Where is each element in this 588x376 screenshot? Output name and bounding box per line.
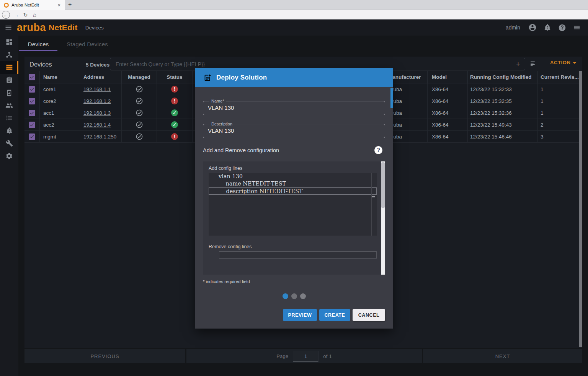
chevron-down-icon <box>573 62 577 64</box>
next-page-button[interactable]: NEXT <box>423 349 582 363</box>
config-line[interactable]: vlan 130 <box>209 173 377 180</box>
logged-in-user: admin <box>506 24 520 31</box>
device-address-link[interactable]: 192.168.1.1 <box>83 86 111 92</box>
device-address-link[interactable]: 192.168.1.250 <box>83 134 116 140</box>
row-checkbox[interactable] <box>24 119 40 130</box>
wizard-step-dots <box>195 293 393 299</box>
step-dot-active[interactable] <box>283 293 288 299</box>
dashboard-icon <box>5 38 13 46</box>
add-config-editor[interactable]: vlan 130 name NETEDIT-TEST description N… <box>209 173 377 236</box>
tab-close-icon[interactable]: × <box>56 2 62 8</box>
step-dot[interactable] <box>300 293 306 299</box>
select-all-checkbox[interactable] <box>24 71 40 83</box>
reload-button[interactable]: ↻ <box>21 11 29 19</box>
browser-tab[interactable]: Aruba NetEdit × <box>0 0 65 10</box>
aruba-favicon-icon <box>4 3 9 8</box>
col-current-revision[interactable]: Current Revis... <box>538 71 579 83</box>
remove-config-input[interactable] <box>219 251 377 259</box>
home-button[interactable]: ⌂ <box>31 11 39 19</box>
name-field[interactable]: Name* VLAN 130 <box>203 99 385 115</box>
search-input[interactable] <box>110 61 511 67</box>
config-scrollbar-thumb[interactable] <box>381 162 385 208</box>
nav-audit-log[interactable] <box>0 112 18 124</box>
app-overflow-menu-icon[interactable] <box>573 24 581 31</box>
tab-devices[interactable]: Devices <box>18 37 58 52</box>
device-model: X86-64 <box>428 107 468 119</box>
row-checkbox[interactable] <box>24 131 40 142</box>
checkbox-checked-icon[interactable] <box>29 110 35 116</box>
app-menu-icon[interactable] <box>5 24 12 31</box>
nav-dashboard[interactable] <box>0 36 18 48</box>
status-ok-icon: ✓ <box>171 121 178 128</box>
nav-devices[interactable] <box>0 61 18 74</box>
device-config-modified: 12/23/22 15:32:33 <box>468 83 538 95</box>
page-number-input[interactable] <box>293 351 318 361</box>
notifications-bell-icon[interactable] <box>544 24 551 31</box>
device-address-link[interactable]: 192.168.1.3 <box>83 110 111 116</box>
config-line[interactable]: name NETEDIT-TEST <box>209 180 377 187</box>
back-button[interactable]: ← <box>2 11 10 19</box>
col-name[interactable]: Name <box>40 71 81 83</box>
config-scrollbar-track[interactable] <box>381 161 385 275</box>
sort-filter-icon[interactable] <box>530 60 537 67</box>
device-revision: 3 <box>538 131 579 142</box>
editor-scroll-thumb[interactable] <box>372 196 375 197</box>
user-avatar-icon[interactable] <box>528 23 537 32</box>
device-revision: 1 <box>538 95 579 107</box>
table-vertical-scrollbar[interactable] <box>579 71 582 347</box>
nav-topology[interactable] <box>0 48 18 61</box>
nav-firmware[interactable] <box>0 86 18 99</box>
action-dropdown-button[interactable]: ACTION <box>550 60 577 65</box>
name-field-value[interactable]: VLAN 130 <box>208 104 380 111</box>
checkbox-checked-icon[interactable] <box>29 74 35 80</box>
checkbox-checked-icon[interactable] <box>29 133 35 140</box>
description-field-value[interactable]: VLAN 130 <box>208 127 380 134</box>
status-error-icon: ! <box>171 133 178 140</box>
managed-check-icon <box>122 83 157 95</box>
config-help-icon[interactable]: ? <box>374 146 382 154</box>
device-address-link[interactable]: 192.168.1.4 <box>83 122 111 128</box>
col-running-config-modified[interactable]: Running Config Modified <box>468 71 538 83</box>
step-dot[interactable] <box>291 293 297 299</box>
row-checkbox[interactable] <box>24 107 40 119</box>
new-tab-button[interactable]: + <box>68 1 72 8</box>
forward-button[interactable]: → <box>12 11 20 19</box>
col-model[interactable]: Model <box>428 71 468 83</box>
row-checkbox[interactable] <box>24 83 40 95</box>
text-cursor <box>303 189 303 194</box>
device-config-modified: 12/23/22 15:32:36 <box>468 107 538 119</box>
nav-plans[interactable] <box>0 74 18 86</box>
device-address-link[interactable]: 192.168.1.2 <box>83 98 111 104</box>
device-revision: 1 <box>538 107 579 119</box>
description-field[interactable]: Description VLAN 130 <box>203 122 385 138</box>
left-nav-sidebar <box>0 36 18 376</box>
device-name: mgmt <box>40 131 81 142</box>
checkbox-checked-icon[interactable] <box>29 122 35 128</box>
breadcrumb[interactable]: Devices <box>85 25 104 31</box>
cancel-button[interactable]: CANCEL <box>353 309 385 321</box>
search-add-icon[interactable]: + <box>511 60 525 68</box>
browser-tab-bar: Aruba NetEdit × + <box>0 0 588 10</box>
create-button[interactable]: CREATE <box>319 309 350 321</box>
help-icon[interactable] <box>558 24 566 32</box>
config-line-focused[interactable]: description NETEDIT-TEST <box>209 187 377 195</box>
pagination-center: Page of 1 <box>186 349 422 363</box>
tab-staged-devices[interactable]: Staged Devices <box>58 37 116 52</box>
col-address[interactable]: Address <box>81 71 122 83</box>
dialog-header: Deploy Solution <box>195 68 393 87</box>
col-status[interactable]: Status <box>157 71 193 83</box>
gear-icon <box>5 152 13 160</box>
nav-tools[interactable] <box>0 137 18 150</box>
status-error-icon: ! <box>171 98 178 104</box>
page-label: Page <box>276 353 288 359</box>
checkbox-checked-icon[interactable] <box>29 86 35 93</box>
checkbox-checked-icon[interactable] <box>29 98 35 104</box>
row-checkbox[interactable] <box>24 95 40 107</box>
nav-settings[interactable] <box>0 150 18 162</box>
previous-page-button[interactable]: PREVIOUS <box>24 349 185 363</box>
nav-alerts[interactable] <box>0 124 18 137</box>
nav-users[interactable] <box>0 99 18 112</box>
preview-button[interactable]: PREVIEW <box>283 309 317 321</box>
col-managed[interactable]: Managed <box>122 71 157 83</box>
dialog-scrollbar-thumb[interactable] <box>390 88 393 108</box>
